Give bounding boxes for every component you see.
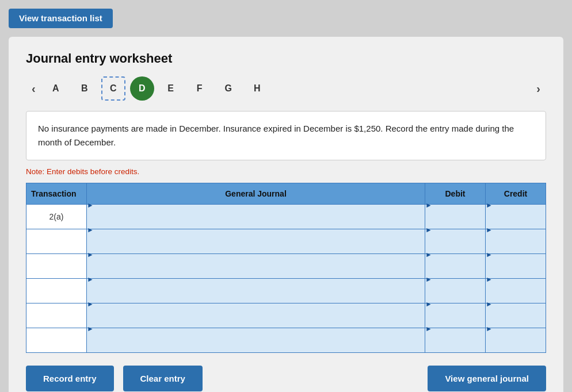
view-transaction-label: View transaction list [19, 13, 102, 23]
credit-arrow: ► [486, 325, 493, 333]
main-card: Journal entry worksheet ‹ A B C D E F G … [9, 37, 563, 392]
credit-arrow: ► [486, 226, 493, 234]
journal-arrow: ► [87, 226, 94, 234]
journal-input-1[interactable] [87, 210, 425, 234]
transaction-cell [26, 303, 87, 328]
view-general-journal-button[interactable]: View general journal [428, 366, 546, 391]
clear-entry-label: Clear entry [140, 374, 185, 383]
journal-input-2[interactable] [87, 235, 425, 259]
clear-entry-button[interactable]: Clear entry [123, 366, 203, 391]
journal-input-3[interactable] [87, 259, 425, 283]
credit-input-cell[interactable]: ► [486, 205, 546, 229]
journal-arrow: ► [87, 251, 94, 259]
debit-input-2[interactable] [425, 235, 485, 259]
journal-arrow: ► [87, 300, 94, 308]
debit-input-1[interactable] [425, 210, 485, 234]
transaction-cell [26, 254, 87, 279]
tab-C[interactable]: C [101, 76, 125, 101]
description-box: No insurance payments are made in Decemb… [26, 111, 546, 160]
table-row: 2(a) ► ► ► [26, 205, 546, 229]
card-title: Journal entry worksheet [26, 51, 546, 66]
debit-arrow: ► [425, 201, 432, 209]
prev-arrow[interactable]: ‹ [26, 80, 41, 98]
debit-arrow: ► [425, 275, 432, 283]
debit-input-cell[interactable]: ► [425, 205, 486, 229]
credit-input-4[interactable] [486, 284, 546, 308]
col-header-journal: General Journal [87, 183, 425, 205]
tab-A[interactable]: A [44, 76, 68, 101]
credit-arrow: ► [486, 300, 493, 308]
journal-arrow: ► [87, 201, 94, 209]
view-general-journal-label: View general journal [445, 374, 529, 383]
transaction-cell [26, 229, 87, 254]
tab-D[interactable]: D [130, 76, 154, 101]
journal-input-4[interactable] [87, 284, 425, 308]
tab-B[interactable]: B [73, 76, 97, 101]
journal-arrow: ► [87, 275, 94, 283]
bottom-buttons: Record entry Clear entry View general jo… [26, 366, 546, 391]
col-header-debit: Debit [425, 183, 486, 205]
col-header-credit: Credit [486, 183, 546, 205]
journal-table: Transaction General Journal Debit Credit… [26, 183, 546, 353]
credit-input-2[interactable] [486, 235, 546, 259]
description-text: No insurance payments are made in Decemb… [38, 124, 514, 147]
credit-arrow: ► [486, 275, 493, 283]
credit-input-1[interactable] [486, 210, 546, 234]
debit-input-3[interactable] [425, 259, 485, 283]
debit-input-5[interactable] [425, 309, 485, 333]
debit-input-4[interactable] [425, 284, 485, 308]
credit-input-3[interactable] [486, 259, 546, 283]
credit-input-6[interactable] [486, 333, 546, 358]
record-entry-label: Record entry [43, 374, 97, 383]
record-entry-button[interactable]: Record entry [26, 366, 114, 391]
tab-G[interactable]: G [216, 76, 241, 101]
debit-arrow: ► [425, 226, 432, 234]
next-arrow[interactable]: › [531, 80, 546, 98]
tabs-row: ‹ A B C D E F G H › [26, 76, 546, 101]
tab-E[interactable]: E [159, 76, 183, 101]
debit-arrow: ► [425, 251, 432, 259]
credit-arrow: ► [486, 201, 493, 209]
journal-input-5[interactable] [87, 309, 425, 333]
transaction-cell: 2(a) [26, 205, 87, 229]
col-header-transaction: Transaction [26, 183, 87, 205]
debit-arrow: ► [425, 325, 432, 333]
debit-input-6[interactable] [425, 333, 485, 358]
note-text: Note: Enter debits before credits. [26, 167, 546, 176]
journal-input-6[interactable] [87, 333, 425, 358]
tab-F[interactable]: F [188, 76, 212, 101]
tab-H[interactable]: H [245, 76, 269, 101]
view-transaction-button[interactable]: View transaction list [9, 9, 113, 28]
journal-input-cell[interactable]: ► [87, 205, 425, 229]
transaction-cell [26, 328, 87, 353]
credit-arrow: ► [486, 251, 493, 259]
credit-input-5[interactable] [486, 309, 546, 333]
transaction-cell [26, 279, 87, 303]
debit-arrow: ► [425, 300, 432, 308]
journal-arrow: ► [87, 325, 94, 333]
